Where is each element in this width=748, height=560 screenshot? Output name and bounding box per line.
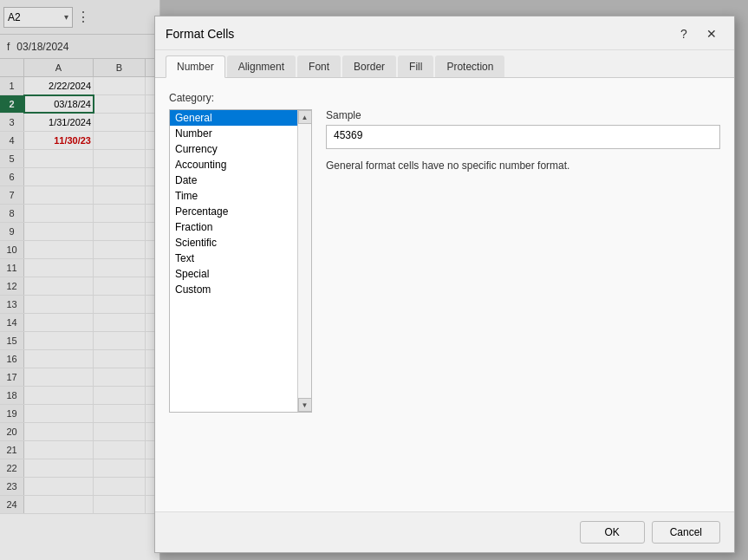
scrollbar: ▲ ▼ bbox=[297, 110, 311, 412]
scroll-down-arrow[interactable]: ▼ bbox=[298, 398, 312, 412]
dialog-title: Format Cells bbox=[166, 27, 234, 41]
dialog-titlebar: Format Cells ? ✕ bbox=[155, 16, 734, 50]
category-list: GeneralNumberCurrencyAccountingDateTimeP… bbox=[170, 110, 311, 412]
category-item[interactable]: Percentage bbox=[170, 204, 311, 219]
right-panel: Sample 45369 General format cells have n… bbox=[326, 109, 720, 413]
dialog-content: Category: GeneralNumberCurrencyAccountin… bbox=[155, 78, 734, 511]
help-button[interactable]: ? bbox=[672, 23, 696, 44]
tab-alignment[interactable]: Alignment bbox=[227, 55, 296, 77]
category-item[interactable]: Date bbox=[170, 173, 311, 188]
category-item[interactable]: Special bbox=[170, 266, 311, 282]
dialog-footer: OK Cancel bbox=[155, 511, 734, 552]
format-cells-dialog: Format Cells ? ✕ NumberAlignmentFontBord… bbox=[154, 16, 735, 553]
ok-button[interactable]: OK bbox=[580, 521, 645, 544]
category-item[interactable]: Scientific bbox=[170, 235, 311, 251]
tab-border[interactable]: Border bbox=[342, 55, 396, 77]
scroll-up-arrow[interactable]: ▲ bbox=[298, 110, 312, 124]
tabs-bar: NumberAlignmentFontBorderFillProtection bbox=[155, 50, 734, 78]
category-item[interactable]: Time bbox=[170, 188, 311, 204]
tab-protection[interactable]: Protection bbox=[435, 55, 504, 77]
tab-fill[interactable]: Fill bbox=[398, 55, 433, 77]
tab-font[interactable]: Font bbox=[297, 55, 341, 77]
category-label: Category: bbox=[169, 92, 720, 104]
format-description: General format cells have no specific nu… bbox=[326, 160, 720, 172]
close-button[interactable]: ✕ bbox=[699, 23, 724, 44]
cancel-button[interactable]: Cancel bbox=[652, 521, 720, 544]
category-item[interactable]: Text bbox=[170, 251, 311, 266]
category-item[interactable]: Custom bbox=[170, 282, 311, 297]
category-item[interactable]: Accounting bbox=[170, 157, 311, 173]
category-item[interactable]: Number bbox=[170, 126, 311, 141]
dialog-controls: ? ✕ bbox=[672, 23, 724, 44]
category-item[interactable]: Currency bbox=[170, 141, 311, 157]
category-list-container: GeneralNumberCurrencyAccountingDateTimeP… bbox=[169, 109, 312, 413]
tab-number[interactable]: Number bbox=[166, 55, 225, 78]
main-area: GeneralNumberCurrencyAccountingDateTimeP… bbox=[169, 109, 720, 413]
sample-label: Sample bbox=[326, 109, 720, 121]
category-item[interactable]: Fraction bbox=[170, 219, 311, 235]
sample-value: 45369 bbox=[326, 125, 720, 149]
category-item[interactable]: General bbox=[170, 110, 311, 126]
scroll-track[interactable] bbox=[298, 124, 311, 398]
